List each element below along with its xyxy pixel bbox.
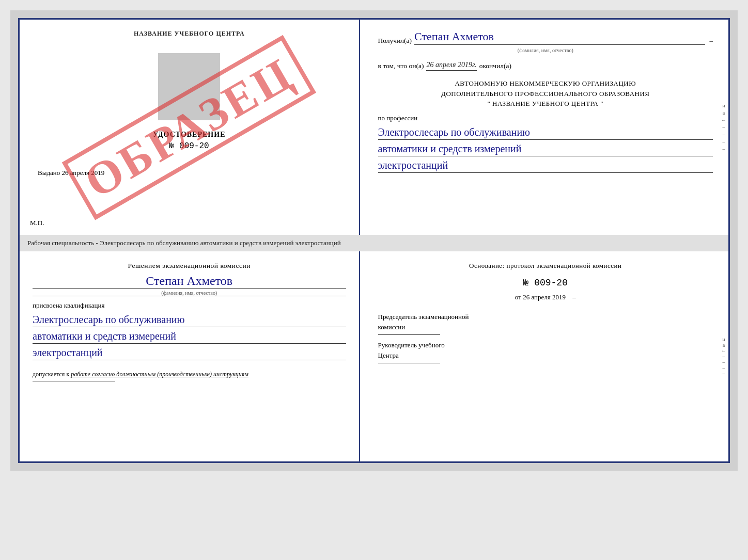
ot-date-row: от 26 апреля 2019 – — [378, 293, 713, 301]
signature-line-bottom — [33, 381, 115, 381]
dash-after-name: – — [709, 37, 713, 45]
prisvoena-label: присвоена квалификация — [33, 301, 346, 310]
resheniem-label: Решением экзаменационной комиссии — [33, 262, 346, 270]
top-document: НАЗВАНИЕ УЧЕБНОГО ЦЕНТРА УДОСТОВЕРЕНИЕ №… — [18, 18, 730, 235]
bottom-left-panel: Решением экзаменационной комиссии Степан… — [20, 251, 360, 461]
rukovoditel-block: Руководитель учебного Центра — [378, 340, 713, 363]
fio-hint-bottom: (фамилия, имя, отчество) — [33, 290, 346, 296]
kval-line3: электростанций — [33, 345, 346, 360]
poluchil-row: Получил(а) Степан Ахметов – — [378, 30, 713, 45]
mp-label: М.П. — [30, 219, 44, 227]
rukovoditel-line2: Центра — [378, 350, 713, 361]
ot-date-value: 26 апреля 2019 — [523, 293, 566, 301]
side-text-bottom-right: и а ← – – – – — [719, 251, 728, 461]
cert-number: № 009-20 — [169, 141, 209, 151]
org-line2: ДОПОЛНИТЕЛЬНОГО ПРОФЕССИОНАЛЬНОГО ОБРАЗО… — [378, 89, 713, 99]
page-wrapper: НАЗВАНИЕ УЧЕБНОГО ЦЕНТРА УДОСТОВЕРЕНИЕ №… — [10, 10, 738, 471]
rukovoditel-line1: Руководитель учебного — [378, 340, 713, 350]
bottom-name: Степан Ахметов — [33, 274, 346, 289]
dopusk-text: работе согласно должностным (производств… — [71, 371, 248, 378]
predsedatel-sign-line — [378, 334, 440, 335]
dopuskaetsya-label: допускается к — [33, 371, 69, 378]
photo-placeholder — [158, 53, 220, 120]
po-professii-label: по профессии — [378, 114, 713, 122]
bottom-right-panel: Основание: протокол экзаменационной коми… — [360, 251, 728, 461]
top-left-panel: НАЗВАНИЕ УЧЕБНОГО ЦЕНТРА УДОСТОВЕРЕНИЕ №… — [20, 20, 360, 235]
org-block: АВТОНОМНУЮ НЕКОММЕРЧЕСКУЮ ОРГАНИЗАЦИЮ ДО… — [378, 78, 713, 109]
middle-text: Рабочая специальность - Электрослесарь п… — [18, 235, 730, 251]
rukovoditel-sign-line — [378, 363, 440, 363]
org-line3: " НАЗВАНИЕ УЧЕБНОГО ЦЕНТРА " — [378, 99, 713, 109]
poluchil-label: Получил(а) — [378, 37, 412, 45]
fio-hint-top: (фамилия, имя, отчество) — [378, 47, 713, 53]
okonchil-label: окончил(а) — [479, 62, 511, 70]
profession-line2: автоматики и средств измерений — [378, 141, 713, 156]
completion-date: 26 апреля 2019г. — [426, 61, 476, 71]
protocol-number: № 009-20 — [378, 278, 713, 288]
kval-line2: автоматики и средств измерений — [33, 329, 346, 344]
bottom-document: Решением экзаменационной комиссии Степан… — [18, 251, 730, 463]
predsedatel-block: Председатель экзаменационной комиссии — [378, 312, 713, 335]
profession-line1: Электрослесарь по обслуживанию — [378, 125, 713, 140]
ot-label: от — [515, 293, 521, 301]
predsedatel-line1: Председатель экзаменационной — [378, 312, 713, 322]
dopuskaetsya-row: допускается к работе согласно должностны… — [33, 371, 346, 378]
vydano-line: Выдано 26 апреля 2019 — [38, 169, 104, 177]
predsedatel-line2: комиссии — [378, 322, 713, 332]
vtom-label: в том, что он(а) — [378, 62, 424, 70]
recipient-name: Степан Ахметов — [414, 30, 705, 45]
osnovanie-label: Основание: протокол экзаменационной коми… — [378, 262, 713, 270]
vydano-date: 26 апреля 2019 — [62, 169, 105, 177]
cert-title: УДОСТОВЕРЕНИЕ — [153, 131, 225, 139]
top-right-panel: Получил(а) Степан Ахметов – (фамилия, им… — [360, 20, 728, 235]
kval-line1: Электрослесарь по обслуживанию — [33, 312, 346, 327]
school-name-top: НАЗВАНИЕ УЧЕБНОГО ЦЕНТРА — [134, 30, 245, 38]
org-line1: АВТОНОМНУЮ НЕКОММЕРЧЕСКУЮ ОРГАНИЗАЦИЮ — [378, 78, 713, 89]
vydano-label: Выдано — [38, 169, 60, 177]
side-text-right: и а ← – – – – — [719, 20, 728, 235]
profession-line3: электростанций — [378, 158, 713, 173]
vtom-line: в том, что он(а) 26 апреля 2019г. окончи… — [378, 61, 713, 71]
